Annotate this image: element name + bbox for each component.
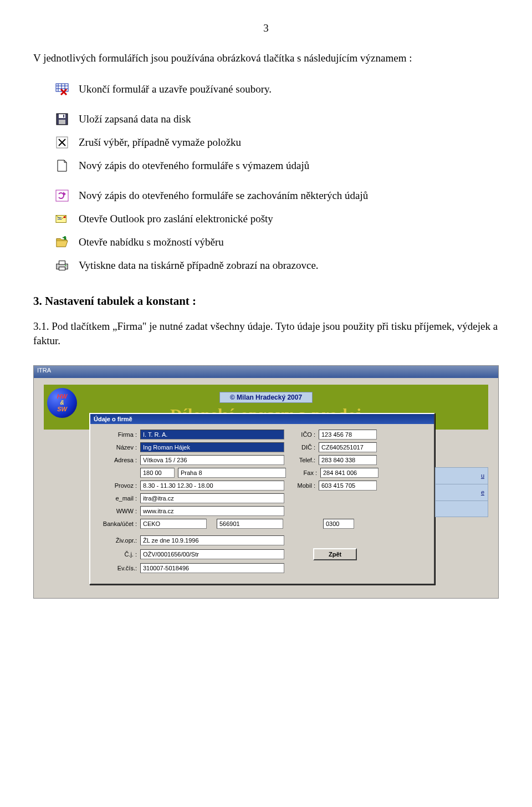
mail-icon bbox=[55, 212, 69, 226]
cancel-desc: Zruší výběr, případně vymaže položku bbox=[79, 136, 241, 149]
svg-rect-8 bbox=[59, 120, 65, 124]
new-keep-desc: Nový zápis do otevřeného formuláře se za… bbox=[79, 189, 368, 202]
copyright-chip: © Milan Hradecký 2007 bbox=[219, 392, 313, 403]
folder-open-icon bbox=[55, 236, 69, 249]
new-blank-icon bbox=[55, 159, 69, 172]
cancel-icon bbox=[55, 136, 69, 149]
new-keep-icon bbox=[55, 189, 69, 202]
label-adresa: Adresa : bbox=[98, 457, 137, 463]
input-mesto[interactable]: Praha 8 bbox=[178, 468, 286, 478]
input-nazev[interactable]: Ing Roman Hájek bbox=[140, 442, 284, 452]
label-www: WWW : bbox=[98, 508, 137, 514]
svg-rect-17 bbox=[59, 261, 65, 264]
close-form-desc: Ukončí formulář a uzavře používané soubo… bbox=[79, 83, 272, 95]
input-fax[interactable]: 284 841 006 bbox=[320, 468, 378, 478]
label-cj: Č.j. : bbox=[98, 551, 137, 558]
new-blank-desc: Nový zápis do otevřeného formuláře s vým… bbox=[79, 159, 309, 172]
background-menu-peek: u e bbox=[435, 467, 488, 517]
section-3-heading: 3. Nastavení tabulek a konstant : bbox=[33, 294, 499, 308]
svg-rect-14 bbox=[58, 219, 62, 219]
label-banka: Banka/účet : bbox=[98, 520, 137, 527]
intro-text: V jednotlivých formulářích jsou používán… bbox=[33, 51, 499, 66]
logo-badge: HW & SW bbox=[47, 388, 77, 418]
peek-row-2: e bbox=[435, 484, 488, 500]
svg-rect-7 bbox=[59, 114, 65, 118]
input-email[interactable]: itra@itra.cz bbox=[140, 493, 284, 503]
icon-legend: Ukončí formulář a uzavře používané soubo… bbox=[55, 83, 499, 272]
input-ico[interactable]: 123 456 78 bbox=[319, 430, 377, 440]
dialog-title: Údaje o firmě bbox=[90, 414, 434, 424]
label-fax: Fax : bbox=[289, 469, 317, 476]
printer-icon bbox=[55, 259, 69, 272]
svg-rect-18 bbox=[59, 267, 65, 270]
label-mobil: Mobil : bbox=[288, 482, 315, 489]
printer-desc: Vytiskne data na tiskárně případně zobra… bbox=[79, 259, 319, 272]
input-cj[interactable]: OŽV/0001656/00/Str bbox=[140, 549, 284, 559]
folder-open-desc: Otevře nabídku s možností výběru bbox=[79, 236, 224, 248]
page-number: 3 bbox=[33, 22, 499, 34]
save-desc: Uloží zapsaná data na disk bbox=[79, 113, 191, 125]
input-ulice[interactable]: Vítkova 15 / 236 bbox=[140, 455, 284, 465]
input-ucet[interactable]: 566901 bbox=[217, 519, 283, 529]
label-dic: DIČ : bbox=[288, 444, 315, 451]
input-provoz[interactable]: 8.30 - 11.30 12.30 - 18.00 bbox=[140, 481, 284, 491]
input-dic[interactable]: CZ6405251017 bbox=[319, 442, 377, 452]
input-ziv[interactable]: ŽL ze dne 10.9.1996 bbox=[140, 535, 284, 545]
svg-rect-11 bbox=[56, 190, 68, 201]
input-firma[interactable]: I. T. R. A. bbox=[140, 430, 284, 440]
label-telef: Telef.: bbox=[288, 457, 315, 463]
input-telef[interactable]: 283 840 338 bbox=[319, 455, 377, 465]
input-psc[interactable]: 180 00 bbox=[140, 468, 175, 478]
peek-row-3 bbox=[435, 500, 488, 517]
label-ico: IČO : bbox=[288, 431, 315, 438]
svg-rect-13 bbox=[58, 217, 62, 218]
input-banka[interactable]: CEKO bbox=[140, 519, 207, 529]
app-screenshot: ITRA HW & SW © Milan Hradecký 2007 Dílen… bbox=[33, 365, 499, 599]
label-nazev: Název : bbox=[98, 444, 137, 451]
back-button[interactable]: Zpět bbox=[313, 548, 357, 560]
input-evc[interactable]: 310007-5018496 bbox=[140, 563, 284, 573]
svg-rect-19 bbox=[65, 265, 66, 266]
close-form-icon bbox=[55, 83, 69, 96]
svg-rect-9 bbox=[63, 115, 64, 118]
label-provoz: Provoz : bbox=[98, 482, 137, 489]
firm-dialog: Údaje o firmě Firma : I. T. R. A. IČO : … bbox=[89, 413, 435, 585]
save-icon bbox=[55, 113, 69, 126]
mail-desc: Otevře Outlook pro zaslání elektronické … bbox=[79, 212, 273, 225]
input-www[interactable]: www.itra.cz bbox=[140, 506, 284, 516]
app-titlebar: ITRA bbox=[34, 366, 498, 378]
svg-rect-15 bbox=[64, 216, 66, 218]
label-evc: Ev.čís.: bbox=[98, 565, 137, 571]
label-email: e_mail : bbox=[98, 495, 137, 502]
input-mobil[interactable]: 603 415 705 bbox=[319, 481, 377, 491]
label-ziv: Živ.opr.: bbox=[98, 537, 137, 544]
input-kod[interactable]: 0300 bbox=[323, 519, 354, 529]
label-firma: Firma : bbox=[98, 431, 137, 438]
peek-row-1: u bbox=[435, 467, 488, 484]
section-3-1-text: 3.1. Pod tlačítkem „Firma" je nutné zada… bbox=[33, 319, 499, 349]
